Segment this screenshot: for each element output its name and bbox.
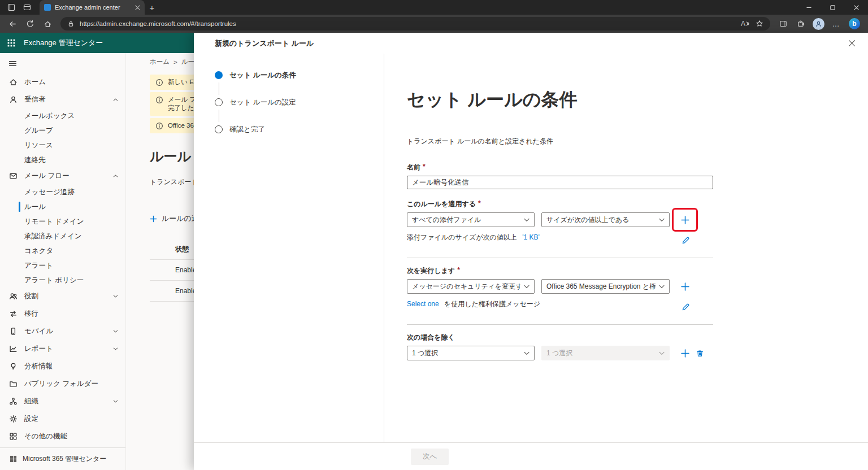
sidebar-item-mailboxes[interactable]: メールボックス bbox=[0, 108, 125, 123]
read-aloud-icon[interactable]: A bbox=[741, 20, 750, 28]
browser-menu-icon[interactable]: … bbox=[828, 16, 844, 31]
breadcrumb-home-link[interactable]: ホーム bbox=[150, 58, 170, 66]
plus-icon bbox=[150, 215, 157, 223]
app-title: Exchange 管理センター bbox=[24, 38, 103, 48]
close-window-button[interactable] bbox=[844, 0, 868, 15]
sidebar-item-organization[interactable]: 組織 bbox=[0, 393, 125, 410]
select-one-link[interactable]: Select one bbox=[407, 300, 439, 308]
edit-condition-pencil-icon[interactable] bbox=[678, 233, 693, 247]
person-icon bbox=[8, 95, 18, 104]
sidebar-item-settings[interactable]: 設定 bbox=[0, 410, 125, 428]
breadcrumb-separator: > bbox=[173, 59, 177, 66]
sidebar-item-label: 役割 bbox=[24, 291, 38, 301]
sidebar-item-recipients[interactable]: 受信者 bbox=[0, 91, 125, 108]
action-summary: Select one を使用した権利保護メッセージ bbox=[407, 299, 713, 314]
except-if-label: 次の場合を除く bbox=[407, 333, 713, 342]
chevron-up-icon[interactable] bbox=[112, 173, 119, 179]
sidebar-item-label: コネクタ bbox=[24, 246, 53, 256]
mail-icon bbox=[8, 172, 18, 180]
add-action-button[interactable] bbox=[678, 279, 692, 294]
chevron-down-icon[interactable] bbox=[112, 398, 119, 404]
sidebar-item-migration[interactable]: 移行 bbox=[0, 305, 125, 323]
m365-icon bbox=[10, 455, 17, 463]
sidebar-item-remote-domains[interactable]: リモート ドメイン bbox=[0, 214, 125, 229]
other-features-icon bbox=[8, 432, 18, 441]
rule-name-input[interactable] bbox=[407, 176, 713, 189]
info-icon bbox=[155, 79, 163, 86]
address-bar[interactable]: https://admin.exchange.microsoft.com/#/t… bbox=[60, 17, 770, 31]
sidebar-footer-m365-link[interactable]: Microsoft 365 管理センター bbox=[0, 447, 125, 470]
chevron-down-icon bbox=[659, 351, 665, 355]
tab-close-icon[interactable] bbox=[135, 5, 140, 10]
sidebar-item-label: アラート ポリシー bbox=[24, 276, 84, 285]
refresh-icon[interactable] bbox=[22, 16, 38, 31]
browser-tab[interactable]: Exchange admin center bbox=[40, 0, 145, 15]
sidebar-item-reports[interactable]: レポート bbox=[0, 340, 125, 358]
maximize-button[interactable] bbox=[821, 0, 844, 15]
sidebar-item-connectors[interactable]: コネクタ bbox=[0, 243, 125, 258]
split-screen-icon[interactable] bbox=[775, 16, 791, 31]
workspaces-icon[interactable] bbox=[20, 2, 34, 13]
sidebar-item-alerts[interactable]: アラート bbox=[0, 258, 125, 273]
panel-title: 新規のトランスポート ルール bbox=[215, 38, 314, 49]
sidebar-item-home[interactable]: ホーム bbox=[0, 73, 125, 91]
chevron-down-icon[interactable] bbox=[112, 328, 119, 334]
sidebar-item-label: 移行 bbox=[24, 309, 38, 319]
migration-icon bbox=[8, 310, 18, 318]
chevron-up-icon[interactable] bbox=[112, 97, 119, 103]
app-launcher-icon[interactable] bbox=[7, 39, 15, 47]
sidebar-item-label: 連絡先 bbox=[24, 155, 46, 165]
sidebar-item-mail-flow[interactable]: メール フロー bbox=[0, 167, 125, 185]
sidebar-item-public-folders[interactable]: パブリック フォルダー bbox=[0, 375, 125, 393]
chevron-down-icon bbox=[524, 218, 530, 222]
add-exception-button[interactable] bbox=[678, 346, 692, 360]
new-tab-button[interactable]: + bbox=[145, 1, 159, 14]
favorites-star-icon[interactable] bbox=[756, 20, 763, 28]
sidebar-item-mobile[interactable]: モバイル bbox=[0, 323, 125, 340]
sidebar-item-contacts[interactable]: 連絡先 bbox=[0, 153, 125, 167]
action-property-dropdown[interactable]: メッセージのセキュリティを変更する bbox=[407, 279, 535, 294]
bing-icon[interactable]: b bbox=[849, 18, 860, 29]
back-icon[interactable] bbox=[5, 16, 20, 31]
browser-toolbar: https://admin.exchange.microsoft.com/#/t… bbox=[0, 15, 868, 33]
profile-avatar[interactable] bbox=[810, 16, 826, 31]
browser-home-icon[interactable] bbox=[40, 16, 55, 31]
edit-action-pencil-icon[interactable] bbox=[678, 299, 693, 314]
condition-value-link[interactable]: '1 KB' bbox=[522, 233, 540, 241]
sidebar-item-label: ルール bbox=[24, 202, 46, 212]
sidebar-item-insights[interactable]: 分析情報 bbox=[0, 358, 125, 375]
panel-close-icon[interactable] bbox=[843, 35, 860, 52]
chevron-down-icon[interactable] bbox=[112, 293, 119, 299]
sidebar-item-other-features[interactable]: その他の機能 bbox=[0, 428, 125, 445]
sidebar-item-label: メール フロー bbox=[24, 171, 70, 181]
site-lock-icon[interactable] bbox=[67, 20, 75, 28]
required-asterisk: * bbox=[423, 163, 426, 172]
sidebar-item-groups[interactable]: グループ bbox=[0, 123, 125, 138]
section-divider bbox=[407, 258, 713, 258]
sidebar-item-resources[interactable]: リソース bbox=[0, 138, 125, 153]
extensions-icon[interactable] bbox=[793, 16, 809, 31]
nav-collapse-button[interactable] bbox=[0, 53, 125, 73]
sidebar-item-rules[interactable]: ルール bbox=[0, 199, 125, 214]
tab-search-icon[interactable] bbox=[5, 2, 18, 13]
panel-header: 新規のトランスポート ルール bbox=[194, 33, 868, 54]
chevron-down-icon[interactable] bbox=[112, 346, 119, 352]
step-connector bbox=[219, 110, 219, 122]
sidebar-item-message-trace[interactable]: メッセージ追跡 bbox=[0, 185, 125, 199]
next-button[interactable]: 次へ bbox=[411, 449, 449, 465]
exception-property-dropdown[interactable]: 1 つ選択 bbox=[407, 346, 535, 360]
sidebar-item-roles[interactable]: 役割 bbox=[0, 288, 125, 305]
condition-property-dropdown[interactable]: すべての添付ファイル bbox=[407, 212, 535, 227]
required-asterisk: * bbox=[478, 199, 481, 209]
condition-operator-dropdown[interactable]: サイズが次の値以上である bbox=[541, 212, 670, 227]
gear-icon bbox=[8, 415, 18, 423]
add-condition-button[interactable] bbox=[678, 212, 692, 227]
mobile-icon bbox=[8, 327, 18, 336]
sidebar-item-alert-policies[interactable]: アラート ポリシー bbox=[0, 273, 125, 288]
sidebar-item-label: 分析情報 bbox=[24, 362, 53, 371]
delete-exception-trash-icon[interactable] bbox=[692, 346, 707, 360]
sidebar-item-accepted-domains[interactable]: 承認済みドメイン bbox=[0, 229, 125, 243]
action-value-dropdown[interactable]: Office 365 Message Encryption と権利... bbox=[541, 279, 670, 294]
minimize-button[interactable] bbox=[797, 0, 821, 15]
sidebar-item-label: グループ bbox=[24, 126, 53, 136]
